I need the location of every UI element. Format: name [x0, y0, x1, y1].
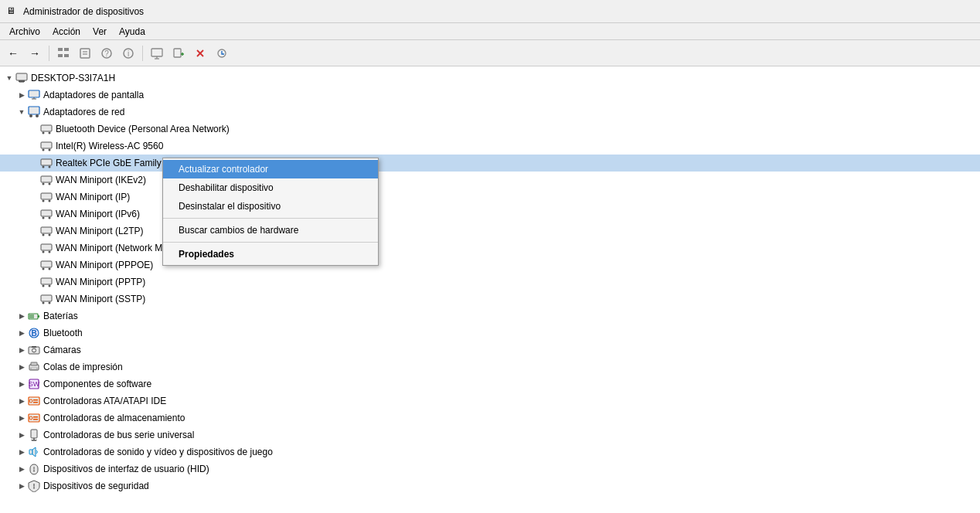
tree-item-colas-impresion[interactable]: Colas de impresión	[0, 358, 980, 375]
icon-computer	[15, 72, 28, 84]
tree-item-componentes-software[interactable]: SW Componentes de software	[0, 375, 980, 392]
toolbar: ← → ? i	[0, 40, 980, 66]
back-button[interactable]: ←	[3, 43, 23, 63]
tree-item-intel-wireless[interactable]: Intel(R) Wireless-AC 9560	[0, 138, 980, 155]
icon-controladoras-almacenamiento	[28, 412, 40, 424]
tree-view-button[interactable]	[53, 43, 73, 63]
tree-item-wan-2[interactable]: WAN Miniport (IP)	[0, 189, 980, 206]
svg-rect-14	[174, 49, 181, 57]
tree-item-wan-4[interactable]: WAN Miniport (L2TP)	[0, 223, 980, 240]
svg-point-42	[49, 183, 51, 185]
tree-label-wan-7: WAN Miniport (PPTP)	[56, 277, 145, 287]
context-menu-item-actualizar[interactable]: Actualizar controlador	[163, 160, 378, 178]
help-button[interactable]: ?	[97, 43, 117, 63]
expander-dispositivos-hid[interactable]	[15, 463, 28, 475]
context-menu-item-buscar[interactable]: Buscar cambios de hardware	[163, 221, 378, 240]
icon-controladoras-bus-serie	[28, 429, 40, 441]
remove-button[interactable]	[190, 43, 210, 63]
expander-componentes-software[interactable]	[15, 378, 28, 390]
expander-adaptadores-pantalla[interactable]	[15, 89, 28, 101]
window-title: Administrador de dispositivos	[23, 6, 144, 17]
forward-button[interactable]: →	[25, 43, 45, 63]
context-menu-item-deshabilitar[interactable]: Deshabilitar dispositivo	[163, 178, 378, 197]
tree-item-wan-7[interactable]: WAN Miniport (PPTP)	[0, 273, 980, 290]
svg-point-39	[49, 166, 51, 168]
menu-ayuda[interactable]: Ayuda	[113, 25, 151, 39]
tree-item-dispositivos-seguridad[interactable]: Dispositivos de seguridad	[0, 477, 980, 494]
icon-realtek	[40, 157, 53, 169]
svg-rect-20	[16, 73, 27, 80]
expander-colas-impresion[interactable]	[15, 361, 28, 373]
monitor-button[interactable]	[147, 43, 167, 63]
tree-item-adaptadores-pantalla[interactable]: Adaptadores de pantalla	[0, 87, 980, 104]
tree-item-baterias[interactable]: Baterías	[0, 307, 980, 324]
tree-item-wan-1[interactable]: WAN Miniport (IKEv2)	[0, 172, 980, 189]
title-bar: 🖥 Administrador de dispositivos	[0, 0, 980, 23]
svg-rect-61	[41, 295, 52, 301]
svg-text:B: B	[31, 329, 36, 338]
tree-item-wan-5[interactable]: WAN Miniport (Network Monitor)	[0, 240, 980, 256]
expander-dispositivos-seguridad[interactable]	[15, 480, 28, 492]
icon-componentes-software: SW	[28, 378, 40, 390]
icon-adaptadores-red	[28, 106, 40, 118]
menu-accion[interactable]: Acción	[46, 25, 87, 39]
context-menu-item-desinstalar[interactable]: Desinstalar el dispositivo	[163, 197, 378, 216]
tree-item-root[interactable]: DESKTOP-S3I7A1H	[0, 70, 980, 87]
svg-rect-49	[41, 227, 52, 233]
tree-item-bluetooth[interactable]: B Bluetooth	[0, 324, 980, 341]
tree-item-dispositivos-hid[interactable]: Dispositivos de interfaz de usuario (HID…	[0, 460, 980, 477]
expander-baterias[interactable]	[15, 310, 28, 322]
expander-adaptadores-red[interactable]	[15, 106, 28, 118]
icon-network-device	[40, 123, 53, 135]
svg-rect-58	[41, 278, 52, 284]
menu-bar: Archivo Acción Ver Ayuda	[0, 23, 980, 40]
tree-item-bluetooth-device[interactable]: Bluetooth Device (Personal Area Network)	[0, 121, 980, 138]
tree-item-adaptadores-red[interactable]: Adaptadores de red	[0, 104, 980, 121]
icon-camaras	[28, 344, 40, 356]
tree-item-controladoras-almacenamiento[interactable]: Controladoras de almacenamiento	[0, 409, 980, 426]
tree-item-wan-6[interactable]: WAN Miniport (PPPOE)	[0, 256, 980, 273]
device-tree[interactable]: DESKTOP-S3I7A1H Adaptadores de pantalla …	[0, 66, 980, 513]
icon-wan-2	[40, 191, 53, 203]
menu-ver[interactable]: Ver	[87, 25, 113, 39]
svg-point-62	[43, 302, 45, 304]
tree-label-baterias: Baterías	[43, 311, 78, 321]
tree-label-controladoras-sonido: Controladoras de sonido y vídeo y dispos…	[43, 447, 273, 457]
tree-item-camaras[interactable]: Cámaras	[0, 341, 980, 358]
expander-camaras[interactable]	[15, 344, 28, 356]
svg-point-35	[43, 149, 45, 151]
icon-bluetooth: B	[28, 327, 40, 339]
tree-label-controladoras-almacenamiento: Controladoras de almacenamiento	[43, 413, 185, 423]
svg-text:i: i	[128, 49, 129, 58]
context-menu-separator-2	[163, 242, 378, 243]
tree-item-controladoras-sonido[interactable]: Controladoras de sonido y vídeo y dispos…	[0, 443, 980, 460]
expander-root[interactable]	[3, 72, 15, 84]
svg-rect-80	[33, 402, 38, 403]
properties-button[interactable]	[75, 43, 95, 63]
update-button[interactable]	[212, 43, 232, 63]
tree-item-controladoras-ata[interactable]: Controladoras ATA/ATAPI IDE	[0, 392, 980, 409]
expander-controladoras-almacenamiento[interactable]	[15, 412, 28, 424]
expander-controladoras-bus-serie[interactable]	[15, 429, 28, 441]
icon-dispositivos-seguridad	[28, 480, 40, 492]
context-menu-item-propiedades[interactable]: Propiedades	[163, 245, 378, 263]
tree-item-realtek[interactable]: Realtek PCIe GbE Family Controller	[0, 155, 980, 172]
context-menu-separator-1	[163, 218, 378, 219]
device-info-button[interactable]: i	[118, 43, 138, 63]
expander-controladoras-sonido[interactable]	[15, 446, 28, 458]
svg-point-48	[49, 217, 51, 219]
expander-bluetooth[interactable]	[15, 327, 28, 339]
expander-controladoras-ata[interactable]	[15, 395, 28, 407]
tree-item-controladoras-bus-serie[interactable]: Controladoras de bus serie universal	[0, 426, 980, 443]
tree-item-wan-sstp[interactable]: WAN Miniport (SSTP)	[0, 290, 980, 307]
svg-point-38	[43, 166, 45, 168]
svg-rect-11	[151, 49, 162, 56]
svg-rect-66	[29, 314, 34, 318]
tree-item-wan-3[interactable]: WAN Miniport (IPv6)	[0, 206, 980, 223]
svg-point-60	[49, 285, 51, 287]
menu-archivo[interactable]: Archivo	[3, 25, 46, 39]
svg-rect-3	[64, 54, 69, 57]
tree-label-colas-impresion: Colas de impresión	[43, 362, 123, 372]
add-button[interactable]	[168, 43, 189, 63]
icon-dispositivos-hid	[28, 463, 40, 475]
